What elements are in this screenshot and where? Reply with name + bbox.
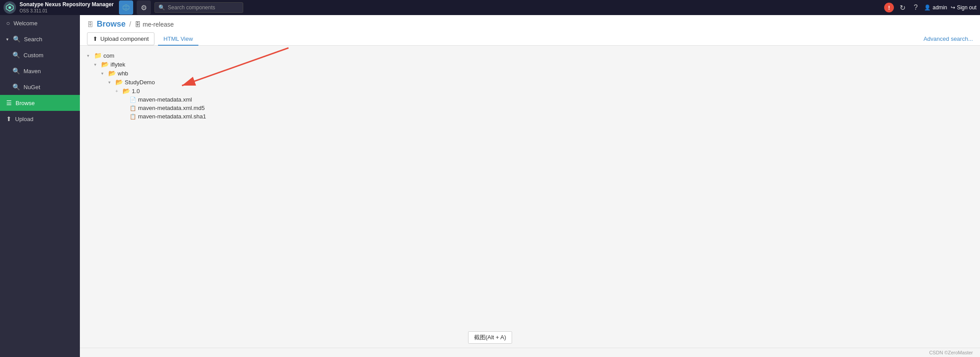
browse-icon: ☰ [6,99,12,106]
sidebar-label-welcome: Welcome [13,20,37,27]
tree-node-1-0[interactable]: + 📂 1.0 [87,86,973,95]
folder-icon-com: 📁 [94,52,102,59]
folder-icon-1-0: 📂 [122,87,130,94]
brand-logo [4,1,16,14]
sidebar-item-browse[interactable]: ☰ Browse [0,95,80,111]
sidebar-label-maven: Maven [24,68,41,75]
sidebar: ○ Welcome ▾ 🔍 Search 🔍 Custom 🔍 Maven 🔍 … [0,15,80,357]
svg-point-1 [8,6,11,9]
sidebar-label-upload: Upload [15,116,33,122]
folder-icon-studydemo: 📂 [115,78,123,86]
tree-node-studydemo[interactable]: ▾ 📂 StudyDemo [87,78,973,86]
sidebar-item-nuget[interactable]: 🔍 NuGet [0,79,80,95]
bottom-bar: CSDN ©ZeroMaster [80,348,980,357]
tree-node-maven-metadata-xml-md5[interactable]: 📋 maven-metadata.xml.md5 [87,104,973,112]
tree-label-studydemo: StudyDemo [125,79,155,86]
sidebar-label-nuget: NuGet [24,84,40,90]
breadcrumb-repo: 🗄 me-release [134,21,174,28]
expand-icon-1-0: + [115,89,121,94]
alert-icon[interactable]: ! [884,3,894,12]
user-icon: 👤 [924,4,931,11]
expand-icon-studydemo: ▾ [108,80,114,85]
browse-header: 🗄 Browse / 🗄 me-release ⬆ Upload compone… [80,15,980,46]
cube-icon[interactable] [119,0,133,15]
tree-node-maven-metadata-xml[interactable]: 📄 maven-metadata.xml [87,95,973,104]
repo-db-icon: 🗄 [134,21,141,28]
tree-node-iflytek[interactable]: ▾ 📂 iflytek [87,60,973,69]
refresh-icon[interactable]: ↻ [897,3,907,12]
sidebar-item-maven[interactable]: 🔍 Maven [0,63,80,79]
html-view-label: HTML View [163,35,193,42]
user-menu[interactable]: 👤 admin [924,4,947,11]
search-placeholder: Search components [168,4,215,11]
search-nav-icon: 🔍 [13,35,20,43]
repo-name: me-release [142,21,174,28]
content-wrapper: ▾ 📁 com ▾ 📂 iflytek ▾ 📂 whb [80,46,980,357]
sidebar-item-upload[interactable]: ⬆ Upload [0,111,80,127]
sidebar-label-search: Search [24,36,42,43]
file-icon-maven-xml: 📄 [130,97,136,103]
footer-credit: CSDN ©ZeroMaster [929,350,973,355]
tree-label-1-0: 1.0 [132,88,140,94]
database-icon: 🗄 [87,21,93,28]
brand-subtitle: OSS 3.311.01 [20,8,114,14]
tree-label-com: com [103,52,115,59]
browse-title: Browse [97,20,126,29]
sidebar-item-search[interactable]: ▾ 🔍 Search [0,31,80,47]
main-layout: ○ Welcome ▾ 🔍 Search 🔍 Custom 🔍 Maven 🔍 … [0,15,980,357]
advanced-search-link[interactable]: Advanced search... [924,35,973,42]
username: admin [933,4,947,11]
tree-label-iflytek: iflytek [111,61,125,68]
navbar-right: ! ↻ ? 👤 admin ↪ Sign out [884,3,976,12]
browse-actions: ⬆ Upload component HTML View Advanced se… [87,32,973,45]
file-icon-maven-md5: 📋 [130,105,136,111]
search-icon: 🔍 [158,4,165,11]
sign-out-label: Sign out [957,4,976,11]
content-area: 🗄 Browse / 🗄 me-release ⬆ Upload compone… [80,15,980,357]
screenshot-tooltip: 截图(Alt + A) [468,331,512,344]
nuget-search-icon: 🔍 [12,83,20,90]
upload-icon: ⬆ [6,115,12,122]
folder-icon-whb: 📂 [108,70,116,77]
sign-out-icon: ↪ [951,4,955,11]
sidebar-label-browse: Browse [16,100,35,106]
tree-node-maven-metadata-xml-sha1[interactable]: 📋 maven-metadata.xml.sha1 [87,112,973,121]
html-view-tab[interactable]: HTML View [158,33,198,46]
help-icon[interactable]: ? [911,3,921,12]
tree-label-maven-md5: maven-metadata.xml.md5 [138,105,205,111]
file-icon-maven-sha1: 📋 [130,114,136,120]
sign-out-button[interactable]: ↪ Sign out [951,4,976,11]
upload-component-button[interactable]: ⬆ Upload component [87,32,154,45]
navbar: Sonatype Nexus Repository Manager OSS 3.… [0,0,980,15]
brand-title: Sonatype Nexus Repository Manager [20,1,114,8]
expand-icon-com: ▾ [87,53,92,58]
tree-node-whb[interactable]: ▾ 📂 whb [87,69,973,78]
tree-label-maven-sha1: maven-metadata.xml.sha1 [138,113,206,120]
sidebar-item-welcome[interactable]: ○ Welcome [0,15,80,31]
custom-search-icon: 🔍 [12,51,20,59]
tree-area: ▾ 📁 com ▾ 📂 iflytek ▾ 📂 whb [80,46,980,348]
maven-search-icon: 🔍 [12,67,20,75]
expand-icon-iflytek: ▾ [94,62,99,67]
tree-node-com[interactable]: ▾ 📁 com [87,51,973,60]
welcome-icon: ○ [6,20,10,27]
browse-title-row: 🗄 Browse / 🗄 me-release [87,20,973,29]
tree-label-maven-xml: maven-metadata.xml [138,96,192,103]
upload-button-label: Upload component [100,35,149,42]
search-box[interactable]: 🔍 Search components [154,2,243,13]
brand: Sonatype Nexus Repository Manager OSS 3.… [4,1,114,14]
breadcrumb-separator: / [129,20,131,28]
upload-arrow-icon: ⬆ [93,35,98,42]
tree-label-whb: whb [118,70,128,77]
sidebar-label-custom: Custom [24,52,43,59]
folder-icon-iflytek: 📂 [101,61,109,68]
settings-icon[interactable]: ⚙ [137,0,151,15]
sidebar-item-custom[interactable]: 🔍 Custom [0,47,80,63]
expand-icon-whb: ▾ [101,71,107,76]
caret-search: ▾ [6,37,8,42]
